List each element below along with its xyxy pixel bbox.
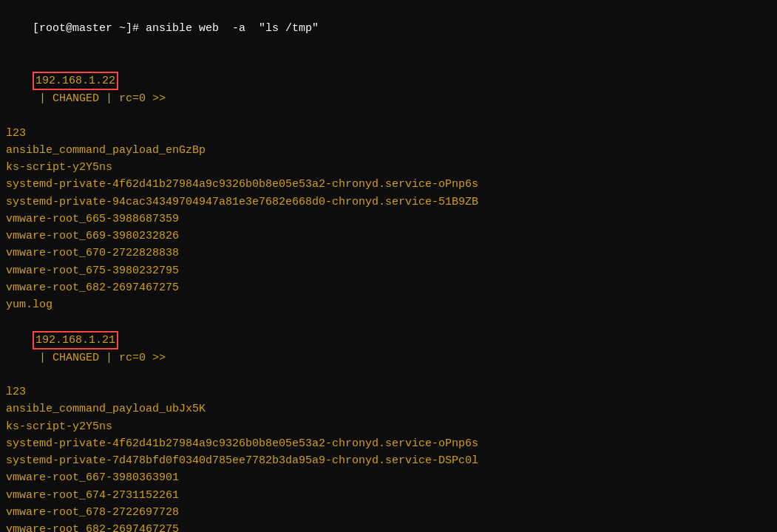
host1-output-8: vmware-root_670-2722828838 <box>6 245 771 262</box>
host2-output-9: vmware-root_682-2697467275 <box>6 521 771 532</box>
host1-output-3: ks-script-y2Y5ns <box>6 159 771 176</box>
host1-output-9: vmware-root_675-3980232795 <box>6 262 771 279</box>
host1-header-line: 192.168.1.22 | CHANGED | rc=0 >> <box>6 55 771 125</box>
host1-ip: 192.168.1.22 <box>33 72 118 90</box>
terminal-window: [root@master ~]# ansible web -a "ls /tmp… <box>0 0 777 532</box>
host2-output-7: vmware-root_674-2731152261 <box>6 487 771 504</box>
host1-output-5: systemd-private-94cac34349704947a81e3e76… <box>6 194 771 211</box>
command-line: [root@master ~]# ansible web -a "ls /tmp… <box>6 3 771 55</box>
host2-output-6: vmware-root_667-3980363901 <box>6 469 771 486</box>
host1-output-11: yum.log <box>6 296 771 313</box>
host2-output-4: systemd-private-4f62d41b27984a9c9326b0b8… <box>6 435 771 452</box>
host1-output-6: vmware-root_665-3988687359 <box>6 211 771 228</box>
host1-output-2: ansible_command_payload_enGzBp <box>6 142 771 159</box>
host2-output-1: l23 <box>6 383 771 400</box>
host1-output-10: vmware-root_682-2697467275 <box>6 279 771 296</box>
host2-output-3: ks-script-y2Y5ns <box>6 418 771 435</box>
host2-ip: 192.168.1.21 <box>33 331 118 349</box>
host2-output-5: systemd-private-7d478bfd0f0340d785ee7782… <box>6 452 771 469</box>
host1-output-1: l23 <box>6 125 771 142</box>
command-text: [root@master ~]# ansible web -a "ls /tmp… <box>33 22 319 35</box>
host2-header-line: 192.168.1.21 | CHANGED | rc=0 >> <box>6 313 771 383</box>
host1-status: | CHANGED | rc=0 >> <box>33 92 166 105</box>
host1-output-4: systemd-private-4f62d41b27984a9c9326b0b8… <box>6 176 771 193</box>
host2-output-2: ansible_command_payload_ubJx5K <box>6 400 771 417</box>
host1-output-7: vmware-root_669-3980232826 <box>6 228 771 245</box>
host2-status: | CHANGED | rc=0 >> <box>33 352 166 364</box>
host2-output-8: vmware-root_678-2722697728 <box>6 504 771 521</box>
